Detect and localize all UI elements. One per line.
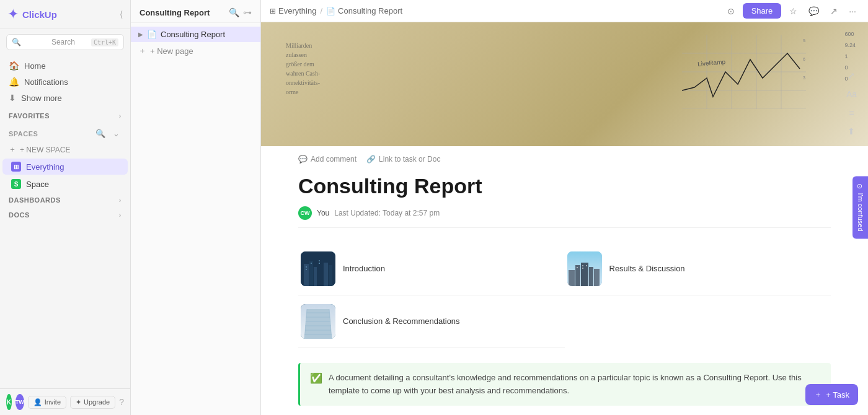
svg-rect-20 — [329, 265, 332, 286]
clock-button[interactable]: ⊙ — [724, 4, 738, 18]
task-label: + Task — [826, 390, 849, 400]
comment-search-button[interactable]: 💬 — [805, 4, 822, 18]
breadcrumb-consulting-report[interactable]: 📄 Consulting Report — [326, 6, 402, 15]
conclusion-label: Conclusion & Recommendations — [343, 317, 460, 326]
docs-section[interactable]: DOCS › — [0, 208, 130, 222]
sidebar-nav: 🏠 Home 🔔 Notifications ⬇ Show more — [0, 55, 130, 108]
sidebar-item-everything[interactable]: ⊞ Everything — [2, 159, 128, 175]
doc-tree-item-label: Consulting Report — [161, 30, 225, 39]
link-task-button[interactable]: 🔗 Link to task or Doc — [366, 155, 440, 164]
svg-rect-21 — [306, 266, 307, 268]
upgrade-button[interactable]: ✦ Upgrade — [70, 396, 115, 409]
checkbox-icon: ✅ — [310, 372, 322, 384]
svg-rect-25 — [319, 263, 320, 264]
chevron-right-icon: › — [119, 112, 122, 120]
tree-arrow-icon: ▶ — [138, 31, 143, 38]
sidebar-item-notifications[interactable]: 🔔 Notifications — [0, 74, 130, 90]
docs-label: DOCS — [9, 211, 30, 219]
new-space-button[interactable]: ＋ + NEW SPACE — [0, 141, 130, 158]
plus-icon: ＋ — [9, 144, 16, 155]
star-button[interactable]: ☆ — [786, 4, 800, 18]
home-icon: 🏠 — [9, 61, 19, 71]
doc-file-icon: 📄 — [147, 30, 157, 39]
sidebar-item-home-label: Home — [24, 61, 46, 71]
hero-newspaper-text: Milliardenzulassengrößer demwahren Cash-… — [273, 28, 459, 109]
add-comment-label: Add comment — [311, 155, 356, 164]
toggle-spaces-button[interactable]: ⌄ — [111, 128, 122, 139]
font-size-button[interactable]: Aa — [844, 87, 859, 102]
grid-icon: ⊞ — [270, 7, 276, 15]
link-label: Link to task or Doc — [379, 155, 440, 164]
clickup-logo: ✦ — [7, 6, 19, 22]
chevron-right-docs-icon: › — [119, 211, 122, 219]
search-bar[interactable]: 🔍 Search Ctrl+K — [6, 34, 124, 50]
doc-search-button[interactable]: 🔍 — [229, 7, 239, 17]
svg-rect-32 — [577, 267, 578, 268]
task-fab-button[interactable]: ＋ + Task — [805, 384, 858, 405]
sidebar-item-notifications-label: Notifications — [24, 77, 68, 87]
author-avatar: CW — [298, 206, 312, 220]
breadcrumb: ⊞ Everything / 📄 Consulting Report — [270, 6, 719, 15]
introduction-thumbnail — [301, 251, 335, 286]
new-page-button[interactable]: ＋ + New page — [131, 42, 260, 59]
doc-tree-item-consulting-report[interactable]: ▶ 📄 Consulting Report — [131, 27, 260, 42]
results-label: Results & Discussion — [609, 264, 685, 273]
svg-rect-28 — [575, 265, 580, 286]
svg-rect-35 — [586, 265, 587, 266]
confused-tab[interactable]: ⊙ I'm confused — [852, 176, 868, 238]
spaces-label: SPACES — [9, 130, 38, 138]
doc-icon-small: 📄 — [326, 7, 335, 15]
add-comment-button[interactable]: 💬 Add comment — [298, 155, 356, 164]
topbar-actions: ⊙ Share ☆ 💬 ↗ ··· — [724, 3, 859, 19]
overflow-menu-button[interactable]: ··· — [846, 4, 859, 18]
upgrade-label: Upgrade — [84, 398, 110, 406]
search-spaces-button[interactable]: 🔍 — [94, 128, 107, 139]
share-button[interactable]: Share — [743, 3, 782, 19]
down-arrow-icon: ⬇ — [9, 93, 16, 103]
logo-text: ClickUp — [22, 9, 57, 20]
logo: ✦ ClickUp ⟨ — [0, 0, 130, 29]
collapse-sidebar-button[interactable]: ⟨ — [120, 9, 123, 19]
invite-button[interactable]: 👤 Invite — [28, 396, 66, 409]
export-button[interactable]: ↗ — [827, 4, 841, 18]
favorites-section[interactable]: FAVORITES › — [0, 108, 130, 123]
avatar-initials: K — [7, 399, 11, 406]
user-avatar: K — [6, 394, 12, 410]
svg-rect-24 — [319, 260, 320, 261]
info-box: ✅ A document detailing a consultant's kn… — [298, 363, 831, 406]
svg-rect-23 — [311, 263, 312, 264]
dashboards-label: DASHBOARDS — [9, 196, 61, 204]
sidebar-footer: K TW 👤 Invite ✦ Upgrade ? — [0, 388, 130, 415]
svg-rect-30 — [589, 267, 593, 286]
sidebar-item-show-more[interactable]: ⬇ Show more — [0, 90, 130, 106]
author-name: You — [317, 209, 329, 217]
expand-button[interactable]: ⤢ — [845, 68, 857, 83]
document-title: Consulting Report — [298, 173, 831, 199]
doc-more-button[interactable]: ⊶ — [243, 7, 252, 17]
share-side-button[interactable]: ⬆ — [845, 124, 857, 139]
svg-rect-18 — [317, 258, 323, 286]
doc-toolbar: 💬 Add comment 🔗 Link to task or Doc — [298, 146, 831, 168]
new-page-label: + New page — [150, 46, 193, 56]
link-icon: 🔗 — [366, 155, 376, 164]
spaces-section-header: SPACES 🔍 ⌄ — [0, 123, 130, 141]
page-card-introduction[interactable]: Introduction — [298, 243, 565, 295]
align-button[interactable]: ≡ — [846, 105, 856, 120]
search-shortcut: Ctrl+K — [91, 38, 118, 46]
sidebar-item-space[interactable]: S Space — [2, 176, 128, 192]
page-card-results[interactable]: Results & Discussion — [565, 243, 831, 295]
new-page-plus-icon: ＋ — [138, 45, 146, 56]
confused-label: I'm confused — [857, 193, 864, 231]
svg-text:9.2: 9.2 — [803, 38, 806, 43]
help-button[interactable]: ? — [119, 397, 124, 407]
svg-rect-22 — [306, 269, 307, 270]
dashboards-section[interactable]: DASHBOARDS › — [0, 193, 130, 208]
search-icon: 🔍 — [12, 38, 48, 46]
confused-icon: ⊙ — [856, 183, 864, 189]
svg-rect-19 — [324, 263, 328, 286]
doc-tree: ▶ 📄 Consulting Report ＋ + New page — [131, 23, 260, 415]
breadcrumb-everything[interactable]: ⊞ Everything — [270, 6, 316, 15]
info-box-text: A document detailing a consultant's know… — [329, 372, 821, 398]
sidebar-item-home[interactable]: 🏠 Home — [0, 58, 130, 74]
page-card-conclusion[interactable]: Conclusion & Recommendations — [298, 295, 565, 348]
